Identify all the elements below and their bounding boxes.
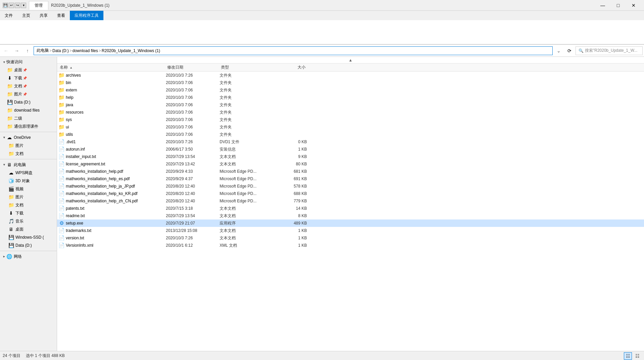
sidebar-item-pc-downloads[interactable]: ⬇ 下载 <box>0 209 57 217</box>
file-icon-6: 📁 <box>58 117 64 123</box>
sidebar-section-thispc[interactable]: ▼ 🖥 此电脑 <box>0 161 57 169</box>
ribbon-tab-management[interactable]: 管理 <box>29 1 48 10</box>
table-row[interactable]: 📄 license_agreement.txt 2020/7/29 13:42 … <box>57 160 644 168</box>
file-date-4: 2020/10/3 7:06 <box>166 103 220 107</box>
table-row[interactable]: ⚙ setup.exe 2020/7/29 21:07 应用程序 489 KB <box>57 219 644 227</box>
sidebar-item-od-pictures[interactable]: 📁 图片 <box>0 142 57 150</box>
col-size-header[interactable]: 大小 <box>280 65 307 70</box>
file-size-12: 80 KB <box>280 162 307 166</box>
table-row[interactable]: 📄 .dvd1 2020/10/3 7:26 DVD1 文件 0 KB <box>57 138 644 146</box>
titlebar-controls: 💾 ↩ ↪ ▾ <box>3 3 26 8</box>
view-detail-btn[interactable]: ☷ <box>624 352 632 360</box>
file-type-17: Microsoft Edge PD... <box>220 199 280 203</box>
sidebar-item-music[interactable]: 🎵 音乐 <box>0 217 57 225</box>
refresh-button[interactable]: ⟳ <box>565 46 574 55</box>
dropdown-btn[interactable]: ▾ <box>21 3 26 8</box>
table-row[interactable]: 📁 sys 2020/10/3 7:06 文件夹 <box>57 116 644 123</box>
file-icon-18: 📄 <box>58 205 64 211</box>
file-icon-22: 📄 <box>58 235 64 241</box>
path-data-d[interactable]: Data (D:) <box>52 48 69 53</box>
path-this-pc[interactable]: 此电脑 <box>37 48 49 53</box>
table-row[interactable]: 📄 patents.txt 2020/7/15 3:18 文本文档 14 KB <box>57 205 644 212</box>
path-download-files[interactable]: download files <box>73 48 98 53</box>
table-row[interactable]: 📄 autorun.inf 2006/6/17 3:50 安装信息 1 KB <box>57 146 644 153</box>
sidebar-item-video[interactable]: 🎬 视频 <box>0 185 57 193</box>
file-icon-2: 📁 <box>58 87 64 93</box>
status-total: 24 个项目 <box>3 353 20 359</box>
sidebar-item-pc-pictures[interactable]: 📁 图片 <box>0 193 57 201</box>
path-dropdown-btn[interactable]: ⌄ <box>554 46 563 55</box>
sidebar-item-desktop[interactable]: 📁 桌面 📌 <box>0 66 57 74</box>
file-name-5: resources <box>66 110 166 115</box>
table-row[interactable]: 📄 readme.txt 2020/7/29 13:54 文本文档 8 KB <box>57 212 644 219</box>
table-row[interactable]: 📄 mathworks_installation_help_es.pdf 202… <box>57 175 644 183</box>
col-date-header[interactable]: 修改日期 <box>166 65 220 70</box>
file-type-18: 文本文档 <box>220 206 280 211</box>
table-row[interactable]: 📁 resources 2020/10/3 7:06 文件夹 <box>57 109 644 116</box>
sidebar-thispc-label: 此电脑 <box>14 162 26 168</box>
col-type-header[interactable]: 类型 <box>220 65 280 70</box>
table-row[interactable]: 📁 ui 2020/10/3 7:06 文件夹 <box>57 123 644 131</box>
maximize-button[interactable]: □ <box>610 0 626 11</box>
file-date-16: 2020/8/20 12:40 <box>166 191 220 196</box>
address-path[interactable]: 此电脑 > Data (D:) > download files > R2020… <box>34 46 553 55</box>
tab-share[interactable]: 共享 <box>35 11 52 20</box>
sidebar-wps-label: WPS网盘 <box>15 170 33 176</box>
sidebar-item-datad[interactable]: 💾 Data (D:) <box>0 98 57 106</box>
collapse-arrow-icon[interactable]: ▲ <box>349 58 353 63</box>
file-type-21: 文本文档 <box>220 228 280 234</box>
col-name-header[interactable]: 名称 ▲ <box>58 65 166 70</box>
view-large-btn[interactable]: ☷ <box>633 352 641 360</box>
table-row[interactable]: 📁 archives 2020/10/3 7:26 文件夹 <box>57 72 644 79</box>
sidebar-network-label: 网络 <box>14 254 22 259</box>
table-row[interactable]: 📄 mathworks_installation_help_ko_KR.pdf … <box>57 190 644 197</box>
table-row[interactable]: 📄 version.txt 2020/10/3 7:26 文本文档 1 KB <box>57 234 644 242</box>
tab-apptool[interactable]: 应用程序工具 <box>70 11 103 20</box>
path-folder-name[interactable]: R2020b_Update_1_Windows (1) <box>102 48 160 53</box>
sidebar-item-documents[interactable]: 📁 文档 📌 <box>0 82 57 90</box>
sidebar-item-3d[interactable]: 🧊 3D 对象 <box>0 177 57 185</box>
sidebar-item-data-d[interactable]: 💾 Data (D:) <box>0 241 57 249</box>
sidebar-section-quickaccess[interactable]: ▼ 快速访问 <box>0 58 57 66</box>
table-row[interactable]: 📄 installer_input.txt 2020/7/29 13:54 文本… <box>57 153 644 160</box>
table-row[interactable]: 📁 java 2020/10/3 7:06 文件夹 <box>57 101 644 109</box>
table-row[interactable]: 📄 mathworks_installation_help_zh_CN.pdf … <box>57 197 644 205</box>
sidebar-item-downloadfiles[interactable]: 📁 download files <box>0 106 57 114</box>
sidebar-item-pc-documents[interactable]: 📁 文档 <box>0 201 57 209</box>
tab-home[interactable]: 主页 <box>17 11 35 20</box>
table-row[interactable]: 📁 utils 2020/10/3 7:06 文件夹 <box>57 131 644 138</box>
sidebar-item-pictures[interactable]: 📁 图片 📌 <box>0 90 57 98</box>
sidebar-quickaccess-label: 快速访问 <box>6 59 22 65</box>
forward-button[interactable]: → <box>12 46 21 55</box>
up-button[interactable]: ↑ <box>23 46 32 55</box>
table-row[interactable]: 📄 mathworks_installation_help_ja_JP.pdf … <box>57 183 644 190</box>
close-button[interactable]: ✕ <box>626 0 641 11</box>
sidebar-item-erji[interactable]: 📁 二级 <box>0 114 57 122</box>
quick-access-btn[interactable]: 💾 <box>3 3 8 8</box>
sidebar-item-tongxin[interactable]: 📁 通信原理课件 <box>0 122 57 130</box>
search-box[interactable]: 🔍 搜索"R2020b_Update_1_W... <box>576 46 643 55</box>
file-name-17: mathworks_installation_help_zh_CN.pdf <box>66 199 166 203</box>
table-row[interactable]: 📄 mathworks_installation_help.pdf 2020/9… <box>57 168 644 175</box>
sidebar-item-wps[interactable]: ☁ WPS网盘 <box>0 169 57 177</box>
main-area: ▼ 快速访问 📁 桌面 📌 ⬇ 下载 📌 📁 文档 📌 📁 图片 📌 💾 Dat… <box>0 57 644 351</box>
sidebar-downloadfiles-label: download files <box>14 108 40 113</box>
tab-view[interactable]: 查看 <box>52 11 70 20</box>
redo-btn[interactable]: ↪ <box>15 3 20 8</box>
back-button[interactable]: ← <box>1 46 11 55</box>
sidebar-item-network[interactable]: ► 🌐 网络 <box>0 252 57 261</box>
table-row[interactable]: 📁 extern 2020/10/3 7:06 文件夹 <box>57 86 644 94</box>
tab-file[interactable]: 文件 <box>0 11 17 20</box>
sidebar-item-downloads[interactable]: ⬇ 下载 📌 <box>0 74 57 82</box>
undo-btn[interactable]: ↩ <box>9 3 14 8</box>
sidebar-item-pc-desktop[interactable]: 🖥 桌面 <box>0 225 57 233</box>
table-row[interactable]: 📁 bin 2020/10/3 7:06 文件夹 <box>57 79 644 86</box>
file-size-23: 1 KB <box>280 243 307 248</box>
sidebar-item-od-documents[interactable]: 📁 文档 <box>0 150 57 158</box>
minimize-button[interactable]: — <box>595 0 610 11</box>
table-row[interactable]: 📄 VersionInfo.xml 2020/10/1 6:12 XML 文档 … <box>57 242 644 249</box>
sidebar-item-win-ssd[interactable]: 💾 Windows-SSD ( <box>0 233 57 241</box>
table-row[interactable]: 📄 trademarks.txt 2013/12/28 15:08 文本文档 1… <box>57 227 644 234</box>
sidebar-section-onedrive[interactable]: ▼ ☁ OneDrive <box>0 133 57 142</box>
table-row[interactable]: 📁 help 2020/10/3 7:06 文件夹 <box>57 94 644 101</box>
